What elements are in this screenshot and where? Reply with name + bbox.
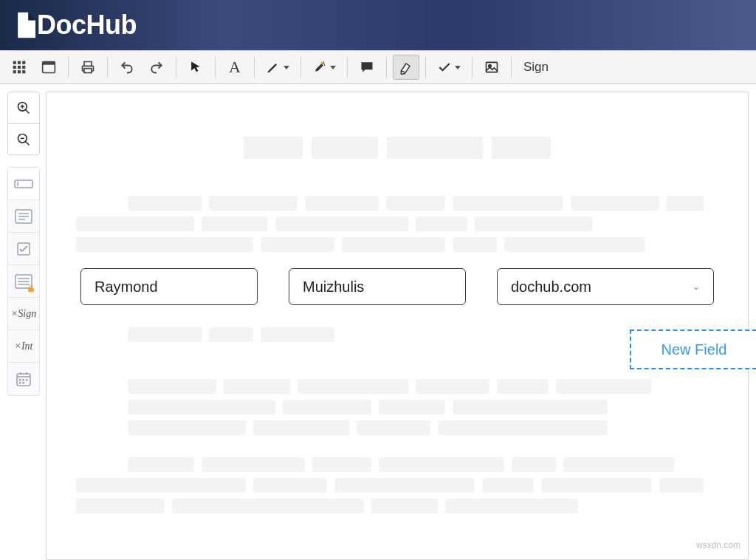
chevron-down-icon: ⌄ <box>693 281 700 292</box>
sign-button[interactable]: Sign <box>516 60 556 75</box>
main-toolbar: A A Sign <box>0 50 756 84</box>
text-tool-button[interactable]: A <box>221 55 248 80</box>
separator <box>176 57 176 78</box>
svg-rect-4 <box>18 66 21 69</box>
svg-rect-40 <box>26 379 28 381</box>
separator <box>215 57 216 78</box>
paragraph-field-tool[interactable] <box>8 200 39 233</box>
app-logo: DocHub <box>16 10 137 41</box>
separator <box>68 57 69 78</box>
svg-rect-38 <box>19 379 21 381</box>
separator <box>511 57 512 78</box>
print-button[interactable] <box>75 55 101 80</box>
redo-button[interactable] <box>143 55 170 80</box>
initials-field-tool[interactable]: ×Int <box>8 330 39 363</box>
lock-icon <box>27 285 35 293</box>
svg-rect-13 <box>487 62 498 72</box>
new-field-button[interactable]: New Field <box>630 329 756 369</box>
zoom-in-button[interactable] <box>8 92 39 123</box>
form-fields-row: Raymond Muizhulis dochub.com ⌄ <box>76 268 718 305</box>
document-page: Raymond Muizhulis dochub.com ⌄ wsxdn.com <box>46 92 749 560</box>
separator <box>386 57 387 78</box>
svg-rect-0 <box>13 61 16 64</box>
paragraph-placeholder <box>76 379 718 435</box>
svg-rect-39 <box>23 379 25 381</box>
page-view-button[interactable] <box>35 55 62 80</box>
svg-line-16 <box>26 110 30 114</box>
comment-tool-button[interactable] <box>354 55 380 80</box>
svg-rect-42 <box>23 382 25 384</box>
svg-rect-8 <box>22 70 25 73</box>
left-sidebar: ×Sign ×Int <box>0 84 46 560</box>
stamp-tool-button[interactable] <box>432 55 466 80</box>
paragraph-placeholder <box>76 457 718 513</box>
undo-button[interactable] <box>114 55 140 80</box>
text-field-tool[interactable] <box>8 168 39 200</box>
zoom-controls <box>7 92 40 155</box>
svg-rect-1 <box>18 61 21 64</box>
dropdown-field-tool[interactable] <box>8 265 39 298</box>
separator <box>300 57 301 78</box>
separator <box>472 57 472 78</box>
chevron-down-icon <box>455 66 461 69</box>
first-name-field[interactable]: Raymond <box>80 268 258 305</box>
zoom-out-button[interactable] <box>8 123 39 154</box>
draw-tool-button[interactable] <box>261 55 295 80</box>
whiteout-tool-button[interactable] <box>393 55 419 80</box>
separator <box>425 57 426 78</box>
field-tools: ×Sign ×Int <box>7 167 40 396</box>
app-header: DocHub <box>0 0 756 50</box>
svg-rect-11 <box>84 69 92 73</box>
chevron-down-icon <box>330 66 336 69</box>
first-name-value: Raymond <box>94 279 158 296</box>
signature-field-tool[interactable]: ×Sign <box>8 298 39 330</box>
app-name: DocHub <box>37 10 137 41</box>
new-field-label: New Field <box>662 341 727 358</box>
select-tool-button[interactable] <box>182 55 209 80</box>
svg-rect-5 <box>22 66 25 69</box>
svg-rect-2 <box>22 61 25 64</box>
highlight-tool-button[interactable]: A <box>307 55 341 80</box>
image-tool-button[interactable] <box>478 55 505 80</box>
svg-line-20 <box>26 141 30 145</box>
separator <box>254 57 255 78</box>
svg-text:A: A <box>322 61 326 67</box>
paragraph-placeholder <box>76 196 718 252</box>
watermark: wsxdn.com <box>696 540 740 550</box>
date-field-tool[interactable] <box>8 363 39 395</box>
last-name-field[interactable]: Muizhulis <box>289 268 466 305</box>
chevron-down-icon <box>284 66 289 69</box>
svg-rect-7 <box>18 70 21 73</box>
workspace: ×Sign ×Int Raymond Muizh <box>0 84 756 560</box>
svg-rect-41 <box>19 382 21 384</box>
domain-value: dochub.com <box>511 279 591 296</box>
checkbox-field-tool[interactable] <box>8 233 39 265</box>
domain-select[interactable]: dochub.com ⌄ <box>497 268 714 305</box>
svg-rect-6 <box>13 70 16 73</box>
separator <box>107 57 108 78</box>
title-placeholder <box>76 137 718 159</box>
svg-rect-3 <box>13 66 16 69</box>
svg-rect-10 <box>43 62 55 65</box>
separator <box>347 57 348 78</box>
grid-menu-button[interactable] <box>6 55 32 80</box>
svg-rect-33 <box>28 288 34 292</box>
last-name-value: Muizhulis <box>303 279 364 296</box>
logo-mark-icon <box>16 12 35 38</box>
